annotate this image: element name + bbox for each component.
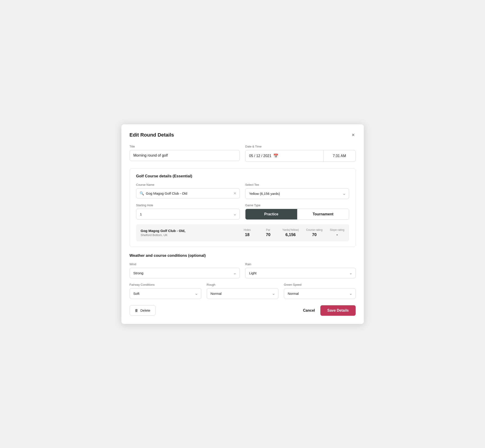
hole-gametype-row: Starting Hole 1234 5678 910 ⌄ Game Type …: [136, 203, 349, 220]
close-button[interactable]: ×: [351, 132, 356, 138]
conditions-row: Fairway Conditions SoftNormalFirmVery Fi…: [129, 283, 356, 299]
footer-row: 🗑 Delete Cancel Save Details: [129, 305, 356, 316]
golf-course-section: Golf Course details (Essential) Course N…: [129, 168, 356, 247]
trash-icon: 🗑: [135, 308, 138, 312]
title-input[interactable]: [129, 150, 240, 161]
course-info-location: Shelford Bottom, UK: [141, 233, 233, 237]
slope-rating-value: -: [336, 232, 338, 237]
clear-icon[interactable]: ✕: [233, 191, 236, 196]
wind-dropdown[interactable]: CalmLightModerate StrongVery Strong: [129, 268, 240, 278]
course-name-label: Course Name: [136, 183, 240, 186]
title-field-group: Title: [129, 145, 240, 162]
starting-hole-label: Starting Hole: [136, 203, 240, 207]
rough-group: Rough ShortNormalLongVery Long ⌄: [207, 283, 278, 299]
course-rating-stat: Course rating 70: [306, 228, 323, 237]
wind-group: Wind CalmLightModerate StrongVery Strong…: [129, 263, 240, 278]
footer-right: Cancel Save Details: [303, 305, 356, 316]
green-speed-group: Green Speed SlowNormalFastVery Fast ⌄: [284, 283, 356, 299]
calendar-icon[interactable]: 📅: [273, 153, 278, 159]
search-icon: 🔍: [140, 191, 144, 196]
course-info-name-text: Gog Magog Golf Club - Old,: [141, 229, 233, 233]
select-tee-label: Select Tee: [245, 183, 349, 186]
holes-value: 18: [245, 232, 250, 237]
fairway-label: Fairway Conditions: [129, 283, 201, 286]
course-name-input[interactable]: [146, 192, 232, 195]
yards-value: 6,156: [285, 232, 296, 237]
select-tee-dropdown[interactable]: Yellow (6,156 yards) White Red Blue: [245, 188, 349, 199]
wind-rain-row: Wind CalmLightModerate StrongVery Strong…: [129, 263, 356, 278]
select-tee-wrap: Yellow (6,156 yards) White Red Blue ⌄: [245, 188, 349, 199]
course-info-name: Gog Magog Golf Club - Old, Shelford Bott…: [141, 229, 233, 237]
par-stat: Par 70: [261, 228, 275, 237]
course-name-input-wrap[interactable]: 🔍 ✕: [136, 188, 240, 199]
weather-title: Weather and course conditions (optional): [129, 253, 356, 258]
rough-label: Rough: [207, 283, 278, 286]
edit-round-modal: Edit Round Details × Title Date & Time 0…: [121, 124, 364, 324]
wind-wrap: CalmLightModerate StrongVery Strong ⌄: [129, 268, 240, 278]
starting-hole-dropdown[interactable]: 1234 5678 910: [136, 209, 240, 219]
save-button[interactable]: Save Details: [320, 305, 356, 316]
title-label: Title: [129, 145, 240, 148]
fairway-wrap: SoftNormalFirmVery Firm ⌄: [129, 288, 201, 299]
date-time-field-group: Date & Time 05 / 12 / 2021 📅 7:31 AM: [245, 145, 356, 162]
holes-stat: Holes 18: [241, 228, 254, 237]
rough-dropdown[interactable]: ShortNormalLongVery Long: [207, 288, 278, 299]
cancel-button[interactable]: Cancel: [303, 308, 315, 312]
game-type-toggle: Practice Tournament: [245, 209, 349, 220]
rain-label: Rain: [245, 263, 356, 266]
rain-wrap: NoneLightModerateHeavy ⌄: [245, 268, 356, 278]
time-value: 7:31 AM: [333, 154, 346, 158]
starting-hole-wrap: 1234 5678 910 ⌄: [136, 209, 240, 219]
select-tee-group: Select Tee Yellow (6,156 yards) White Re…: [245, 183, 349, 199]
date-value: 05 / 12 / 2021: [249, 154, 271, 158]
weather-section: Weather and course conditions (optional)…: [129, 253, 356, 299]
game-type-group: Game Type Practice Tournament: [245, 203, 349, 220]
game-type-label: Game Type: [245, 203, 349, 207]
delete-label: Delete: [140, 308, 150, 312]
starting-hole-group: Starting Hole 1234 5678 910 ⌄: [136, 203, 240, 220]
course-rating-label: Course rating: [306, 228, 323, 232]
par-value: 70: [266, 232, 270, 237]
golf-section-title: Golf Course details (Essential): [136, 174, 349, 178]
fairway-group: Fairway Conditions SoftNormalFirmVery Fi…: [129, 283, 201, 299]
modal-title: Edit Round Details: [129, 132, 174, 138]
delete-button[interactable]: 🗑 Delete: [129, 305, 155, 315]
wind-label: Wind: [129, 263, 240, 266]
tournament-button[interactable]: Tournament: [297, 209, 349, 219]
date-field[interactable]: 05 / 12 / 2021 📅: [245, 150, 323, 162]
green-speed-label: Green Speed: [284, 283, 356, 286]
practice-button[interactable]: Practice: [245, 209, 297, 219]
modal-header: Edit Round Details ×: [129, 132, 356, 138]
fairway-dropdown[interactable]: SoftNormalFirmVery Firm: [129, 288, 201, 299]
course-info-row: Gog Magog Golf Club - Old, Shelford Bott…: [136, 224, 349, 241]
rain-dropdown[interactable]: NoneLightModerateHeavy: [245, 268, 356, 278]
date-time-label: Date & Time: [245, 145, 356, 148]
date-time-row: 05 / 12 / 2021 📅 7:31 AM: [245, 150, 356, 162]
rain-group: Rain NoneLightModerateHeavy ⌄: [245, 263, 356, 278]
holes-label: Holes: [244, 228, 251, 232]
yards-label: Yards(Yellow): [282, 228, 299, 232]
time-field[interactable]: 7:31 AM: [323, 150, 356, 162]
slope-rating-label: Slope rating: [330, 228, 344, 232]
course-name-group: Course Name 🔍 ✕: [136, 183, 240, 199]
green-speed-wrap: SlowNormalFastVery Fast ⌄: [284, 288, 356, 299]
course-tee-row: Course Name 🔍 ✕ Select Tee Yellow (6,156…: [136, 183, 349, 199]
par-label: Par: [266, 228, 270, 232]
yards-stat: Yards(Yellow) 6,156: [282, 228, 299, 237]
slope-rating-stat: Slope rating -: [330, 228, 344, 237]
course-rating-value: 70: [312, 232, 316, 237]
green-speed-dropdown[interactable]: SlowNormalFastVery Fast: [284, 288, 356, 299]
rough-wrap: ShortNormalLongVery Long ⌄: [207, 288, 278, 299]
top-row: Title Date & Time 05 / 12 / 2021 📅 7:31 …: [129, 145, 356, 162]
